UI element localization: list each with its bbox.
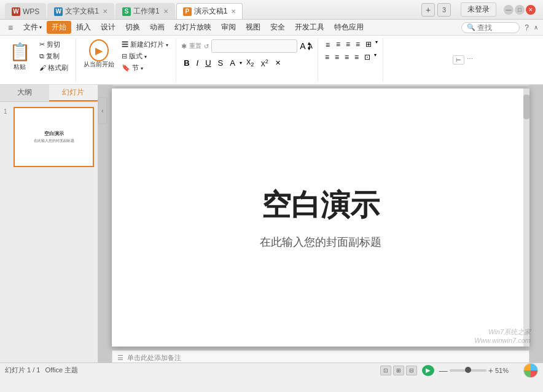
col-count-btn[interactable]: ⊞ xyxy=(364,39,373,50)
tab-word-close[interactable]: ✕ xyxy=(103,8,107,15)
section-button[interactable]: 🔖 节 ▾ xyxy=(119,63,171,73)
close-button[interactable]: ✕ xyxy=(526,5,536,15)
login-button[interactable]: 未登录 xyxy=(461,2,496,17)
menu-security[interactable]: 安全 xyxy=(265,21,290,34)
font-size-area[interactable]: 0 ▲ ▼ xyxy=(211,39,297,53)
menu-slideshow[interactable]: 幻灯片放映 xyxy=(170,21,216,34)
align-center-btn[interactable]: ≡ xyxy=(334,39,342,50)
font-color-btn[interactable]: A xyxy=(227,58,238,68)
slide-subtitle[interactable]: 在此输入您的封面副标题 xyxy=(260,235,381,249)
maximize-button[interactable]: □ xyxy=(515,5,525,15)
slide-editing-area: 空白演示 在此输入您的封面副标题 ☰ 单击此处添加备注 Win7系统之家 Www… xyxy=(98,85,543,363)
font-size-input[interactable]: 0 xyxy=(214,42,307,50)
outline-tab[interactable]: 大纲 xyxy=(0,85,49,101)
slide-number-1: 1 xyxy=(4,107,11,115)
paste-button[interactable]: 📋 粘贴 xyxy=(5,39,34,73)
expand-icon[interactable]: ∧ xyxy=(534,24,538,31)
format-button[interactable]: 🖌 格式刷 xyxy=(37,63,71,73)
sidebar-collapse-button[interactable]: ‹ xyxy=(98,97,107,124)
slide-canvas[interactable]: 空白演示 在此输入您的封面副标题 xyxy=(112,88,529,347)
zoom-plus-button[interactable]: + xyxy=(488,366,493,375)
menu-review[interactable]: 审阅 xyxy=(216,21,241,34)
align-right-btn[interactable]: ≡ xyxy=(344,39,352,50)
win7-logo-area xyxy=(523,363,538,378)
help-icon[interactable]: ? xyxy=(525,23,529,32)
notes-bar[interactable]: ☰ 单击此处添加备注 xyxy=(112,350,529,363)
clipboard-small-group: ✂ 剪切 ⧉ 复制 🖌 格式刷 xyxy=(37,39,71,73)
from-current-button[interactable]: ▶ 从当前开始 xyxy=(81,39,117,70)
view-reader-button[interactable]: ⊟ xyxy=(406,366,417,375)
v-scrollbar-thumb[interactable] xyxy=(523,95,529,119)
italic-button[interactable]: I xyxy=(194,58,201,68)
layout-button[interactable]: ⊟ 版式 ▾ xyxy=(119,51,171,61)
paste-label: 粘贴 xyxy=(14,63,26,71)
menu-view[interactable]: 视图 xyxy=(241,21,265,34)
para-row1: ≡ ≡ ≡ ≡ ⊞ ▾ xyxy=(323,39,378,50)
subscript-button[interactable]: X2 xyxy=(244,58,256,68)
menu-transition[interactable]: 切换 xyxy=(120,21,145,34)
align-justify-btn[interactable]: ≡ xyxy=(354,39,362,50)
new-tab-button[interactable]: + xyxy=(421,3,435,17)
tab-excel[interactable]: S 工作簿1 ✕ xyxy=(115,3,175,19)
tab-wps-label: WPS xyxy=(23,7,39,16)
menu-design[interactable]: 设计 xyxy=(96,21,120,34)
copy-button[interactable]: ⧉ 复制 xyxy=(37,51,62,61)
increase-font-icon[interactable]: A xyxy=(300,41,305,51)
tab-excel-close[interactable]: ✕ xyxy=(163,8,168,15)
tab-word[interactable]: W 文字文稿1 ✕ xyxy=(47,3,114,19)
view-grid-button[interactable]: ⊞ xyxy=(393,366,404,375)
menu-insert[interactable]: 插入 xyxy=(71,21,96,34)
slide-thumb-1[interactable]: 1 空白演示 在此输入您的封面副标题 xyxy=(4,107,94,167)
play-circle-icon: ▶ xyxy=(89,41,109,60)
num-list-btn[interactable]: ≡ xyxy=(333,52,341,62)
slide-info: 幻灯片 1 / 1 xyxy=(5,366,40,375)
search-input[interactable] xyxy=(477,23,514,32)
menu-special[interactable]: 特色应用 xyxy=(329,21,369,34)
superscript-button[interactable]: X2 xyxy=(258,58,270,68)
view-normal-button[interactable]: ⊡ xyxy=(380,366,391,375)
indent-increase-btn[interactable]: ≡ xyxy=(353,52,361,62)
zoom-minus-button[interactable]: — xyxy=(439,366,448,375)
list-btn[interactable]: ≡ xyxy=(323,52,331,62)
bold-button[interactable]: B xyxy=(181,58,192,68)
menu-animation[interactable]: 动画 xyxy=(145,21,170,34)
cut-button[interactable]: ✂ 剪切 xyxy=(37,39,63,50)
new-slide-button[interactable]: ☰ 新建幻灯片 ▾ xyxy=(119,39,171,50)
menu-collapse-icon[interactable]: ≡ xyxy=(5,22,16,33)
theme-label: Office 主题 xyxy=(45,366,78,375)
v-scrollbar[interactable] xyxy=(523,88,529,347)
cut-icon: ✂ xyxy=(39,41,45,48)
h-scrollbar-top[interactable] xyxy=(112,85,529,86)
para-spacing-btn[interactable]: ⊡ xyxy=(362,52,372,62)
play-button[interactable]: ▶ xyxy=(422,365,434,376)
slide-main-title[interactable]: 空白演示 xyxy=(262,186,380,225)
ribbon: 📋 粘贴 ✂ 剪切 ⧉ 复制 🖌 xyxy=(0,36,543,85)
tab-ppt-close[interactable]: ✕ xyxy=(231,8,236,15)
search-box[interactable]: 🔍 xyxy=(461,22,520,33)
zoom-value: 51% xyxy=(495,367,514,374)
menu-home[interactable]: 开始 xyxy=(47,21,71,34)
zoom-slider[interactable] xyxy=(450,369,486,372)
window-controls: — □ ✕ xyxy=(504,5,536,15)
indent-decrease-btn[interactable]: ≡ xyxy=(343,52,351,62)
slide-preview-1[interactable]: 空白演示 在此输入您的封面副标题 xyxy=(14,107,94,167)
drawing-tool-btn[interactable]: ⊢ xyxy=(453,55,464,65)
slide-small-group: ☰ 新建幻灯片 ▾ ⊟ 版式 ▾ 🔖 节 ▾ xyxy=(119,39,171,73)
ribbon-group-paragraph: ≡ ≡ ≡ ≡ ⊞ ▾ ≡ ≡ ≡ ≡ ⊡ ▾ xyxy=(318,38,383,82)
more-btn[interactable]: ⋯ xyxy=(467,55,473,65)
decrease-font-icon[interactable]: A xyxy=(308,42,313,50)
minimize-button[interactable]: — xyxy=(504,5,514,15)
notes-placeholder[interactable]: 单击此处添加备注 xyxy=(127,353,181,363)
slides-tab[interactable]: 幻灯片 xyxy=(49,85,98,101)
menu-file[interactable]: 文件 ▾ xyxy=(18,21,47,34)
underline-button[interactable]: U xyxy=(203,58,213,68)
tab-ppt[interactable]: P 演示文稿1 ✕ xyxy=(176,3,243,19)
zoom-slider-thumb[interactable] xyxy=(465,367,471,373)
ribbon-group-slides: ▶ 从当前开始 ☰ 新建幻灯片 ▾ ⊟ 版式 ▾ 🔖 节 ▾ xyxy=(76,38,176,82)
align-left-btn[interactable]: ≡ xyxy=(323,39,332,50)
tab-wps[interactable]: W WPS xyxy=(5,3,46,19)
ribbon-group-font: ✱ 重置 ↺ 0 ▲ ▼ A A B I U S xyxy=(176,38,318,82)
clear-format-button[interactable]: ✕ xyxy=(273,58,283,68)
shadow-button[interactable]: S xyxy=(216,58,226,68)
menu-devtools[interactable]: 开发工具 xyxy=(290,21,329,34)
